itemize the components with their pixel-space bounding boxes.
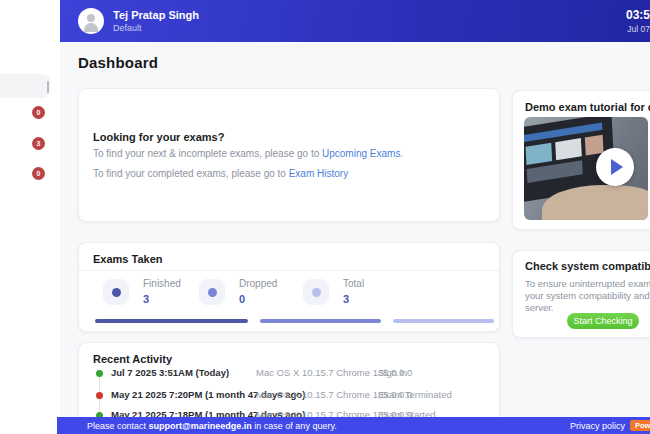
current-date: Jul 07 xyxy=(565,24,650,34)
exam-history-link[interactable]: Exam History xyxy=(289,168,348,179)
stat-tile xyxy=(103,279,129,305)
card-title: Check system compatibility xyxy=(525,260,650,272)
person-icon xyxy=(84,23,98,32)
sidebar-scrollbar[interactable] xyxy=(47,81,49,93)
activity-row: Jul 7 2025 3:51AM (Today) Mac OS X 10.15… xyxy=(79,367,499,381)
footer-text: Please contact xyxy=(87,421,149,431)
count-badge: 0 xyxy=(32,106,45,119)
exams-taken-card: Exams Taken Finished 3 Dropped 0 Total 3 xyxy=(78,242,500,332)
user-name: Tej Pratap Singh xyxy=(113,9,199,21)
total-dot-icon xyxy=(312,288,321,297)
stat-value: 3 xyxy=(343,293,349,305)
stat-value: 3 xyxy=(143,293,149,305)
card-title: Looking for your exams? xyxy=(93,131,224,143)
screen-detail xyxy=(527,160,583,183)
stat-tile xyxy=(303,279,329,305)
sidebar: Upcoming Exams 0 3 0 Documentation xyxy=(0,0,60,434)
total-progress-bar xyxy=(393,319,494,323)
privacy-policy-link[interactable]: Privacy policy xyxy=(570,421,625,431)
finished-dot-icon xyxy=(112,288,121,297)
top-header: Tej Pratap Singh Default 03:5 Jul 07 xyxy=(60,0,650,42)
divider xyxy=(79,270,499,271)
support-email[interactable]: support@marineedge.in xyxy=(149,421,252,431)
stat-label: Total xyxy=(343,278,364,289)
screen-detail xyxy=(555,138,582,160)
system-compatibility-card: Check system compatibility To ensure uni… xyxy=(512,250,650,338)
dropped-progress-bar xyxy=(260,319,381,323)
finished-progress-bar xyxy=(95,319,248,323)
stat-label: Finished xyxy=(143,278,181,289)
play-icon xyxy=(611,159,623,175)
tutorial-video-thumbnail[interactable] xyxy=(524,117,648,220)
exam-history-line: To find your completed exams, please go … xyxy=(93,168,348,179)
card-title: Exams Taken xyxy=(93,253,163,265)
line-text: To find your next & incomplete exams, pl… xyxy=(93,148,322,159)
current-time: 03:5 xyxy=(565,8,650,22)
count-badge: 3 xyxy=(32,137,45,150)
stat-tile xyxy=(199,279,225,305)
card-title: Demo exam tutorial for candidates xyxy=(525,101,650,113)
play-button[interactable] xyxy=(596,148,634,186)
powered-by-button[interactable]: Powered by xyxy=(630,420,650,431)
screen-detail xyxy=(526,143,553,165)
looking-for-exams-card: Looking for your exams? To find your nex… xyxy=(78,88,500,222)
start-checking-button[interactable]: Start Checking xyxy=(567,313,639,329)
stat-label: Dropped xyxy=(239,278,277,289)
footer-text: in case of any query. xyxy=(252,421,337,431)
sidebar-active-item[interactable] xyxy=(0,74,50,98)
compat-text: To ensure uninterrupted exam delivery, p… xyxy=(525,278,650,289)
status-dot-icon xyxy=(96,392,103,399)
compat-text: your system compatibility and proximity … xyxy=(525,290,650,301)
upcoming-exams-line: To find your next & incomplete exams, pl… xyxy=(93,148,403,159)
page-title: Dashboard xyxy=(78,54,158,71)
support-contact-text: Please contact support@marineedge.in in … xyxy=(87,421,337,431)
activity-date: Jul 7 2025 3:51AM (Today) xyxy=(111,367,229,378)
demo-tutorial-card: Demo exam tutorial for candidates xyxy=(512,90,650,230)
activity-action: Sign in xyxy=(378,367,407,378)
stat-value: 0 xyxy=(239,293,245,305)
count-badge: 0 xyxy=(32,167,45,180)
line-text: . xyxy=(400,148,403,159)
upcoming-exams-link[interactable]: Upcoming Exams xyxy=(322,148,400,159)
header-clock: 03:5 Jul 07 xyxy=(565,8,650,34)
line-text: To find your completed exams, please go … xyxy=(93,168,289,179)
card-title: Recent Activity xyxy=(93,353,172,365)
compat-text: server. xyxy=(525,302,554,313)
status-dot-icon xyxy=(96,370,103,377)
person-icon xyxy=(87,14,95,22)
footer-bar: Please contact support@marineedge.in in … xyxy=(57,417,650,434)
activity-action: Exam Terminated xyxy=(378,389,452,400)
main-content: Dashboard Looking for your exams? To fin… xyxy=(60,42,650,434)
activity-row: May 21 2025 7:20PM (1 month 47 days ago)… xyxy=(79,389,499,403)
user-role: Default xyxy=(113,23,142,33)
user-avatar[interactable] xyxy=(78,8,104,34)
dropped-dot-icon xyxy=(208,288,217,297)
